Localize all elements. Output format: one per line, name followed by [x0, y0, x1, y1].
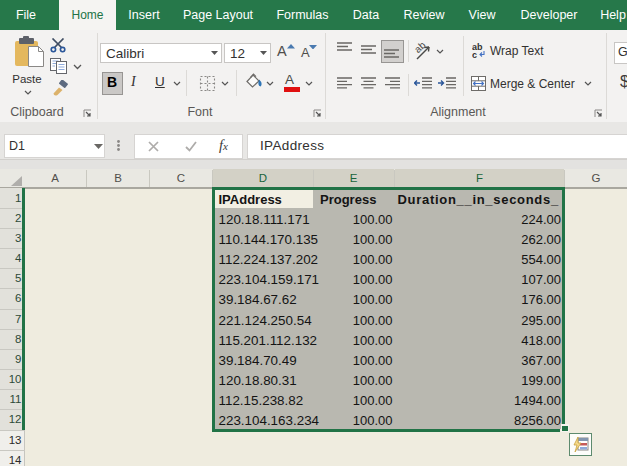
svg-text:c: c — [472, 50, 477, 59]
svg-text:ab: ab — [413, 42, 428, 55]
